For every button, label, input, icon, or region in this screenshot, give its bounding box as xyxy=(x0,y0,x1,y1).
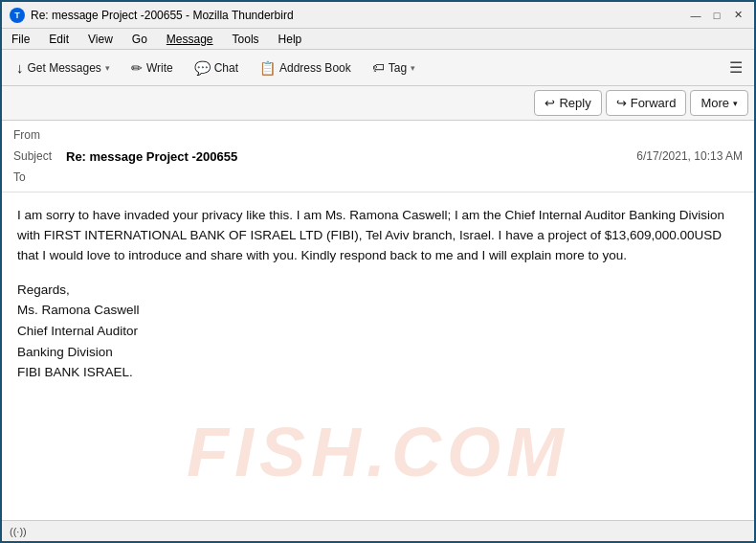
to-row: To xyxy=(13,167,743,188)
minimize-button[interactable]: — xyxy=(687,7,704,24)
chat-label: Chat xyxy=(214,61,238,75)
menubar: File Edit View Go Message Tools Help xyxy=(2,29,754,50)
address-book-button[interactable]: 📋 Address Book xyxy=(251,56,360,80)
status-icon: ((·)) xyxy=(10,526,27,537)
email-signature: Regards, Ms. Ramona Caswell Chief Intern… xyxy=(17,280,739,383)
email-body: I am sorry to have invaded your privacy … xyxy=(2,192,754,543)
forward-label: Forward xyxy=(631,96,677,110)
chat-button[interactable]: 💬 Chat xyxy=(186,56,247,80)
email-header: From Subject Re: message Project -200655… xyxy=(2,121,754,192)
watermark: FISH.COM xyxy=(187,399,569,507)
to-label: To xyxy=(13,170,66,184)
actionbar: ↩ Reply ↪ Forward More ▾ xyxy=(2,86,754,121)
from-label: From xyxy=(13,128,66,142)
reply-label: Reply xyxy=(559,96,590,110)
app-icon: T xyxy=(10,8,25,23)
reply-icon: ↩ xyxy=(545,96,555,110)
window-controls: — □ ✕ xyxy=(687,7,746,24)
address-book-icon: 📋 xyxy=(259,60,276,76)
statusbar: ((·)) xyxy=(2,520,754,541)
tag-label: Tag xyxy=(389,61,407,75)
chat-icon: 💬 xyxy=(194,60,211,76)
write-button[interactable]: ✏ Write xyxy=(122,56,182,80)
menu-message[interactable]: Message xyxy=(163,31,217,48)
maximize-button[interactable]: □ xyxy=(708,7,725,24)
sig-division: Banking Division xyxy=(17,342,739,363)
menu-view[interactable]: View xyxy=(84,31,117,48)
close-button[interactable]: ✕ xyxy=(729,7,746,24)
sig-bank: FIBI BANK ISRAEL. xyxy=(17,362,739,383)
write-icon: ✏ xyxy=(131,60,143,76)
tag-icon: 🏷 xyxy=(372,60,385,75)
subject-row: Subject Re: message Project -200655 6/17… xyxy=(13,146,743,167)
more-dropdown-icon: ▾ xyxy=(733,99,738,108)
more-label: More xyxy=(700,96,729,110)
content-area: ↩ Reply ↪ Forward More ▾ From Subject Re… xyxy=(2,86,754,543)
get-messages-button[interactable]: ↓ Get Messages ▾ xyxy=(8,55,119,80)
titlebar-left: T Re: message Project -200655 - Mozilla … xyxy=(10,8,294,23)
forward-button[interactable]: ↪ Forward xyxy=(606,90,687,116)
subject-value: Re: message Project -200655 xyxy=(66,149,237,164)
menu-file[interactable]: File xyxy=(8,31,33,48)
reply-button[interactable]: ↩ Reply xyxy=(534,90,601,116)
get-messages-dropdown-icon[interactable]: ▾ xyxy=(105,63,110,73)
email-date: 6/17/2021, 10:13 AM xyxy=(636,149,743,163)
from-row: From xyxy=(13,124,743,146)
regards-line: Regards, xyxy=(17,280,739,301)
more-button[interactable]: More ▾ xyxy=(690,90,748,116)
tag-button[interactable]: 🏷 Tag ▾ xyxy=(364,56,424,79)
menu-go[interactable]: Go xyxy=(128,31,151,48)
tag-dropdown-icon[interactable]: ▾ xyxy=(411,63,415,73)
get-messages-label: Get Messages xyxy=(28,61,101,75)
sig-title: Chief Internal Auditor xyxy=(17,321,739,342)
write-label: Write xyxy=(146,61,173,75)
titlebar: T Re: message Project -200655 - Mozilla … xyxy=(2,2,754,29)
subject-label: Subject xyxy=(13,149,66,163)
get-messages-icon: ↓ xyxy=(16,59,24,76)
menu-edit[interactable]: Edit xyxy=(45,31,73,48)
toolbar: ↓ Get Messages ▾ ✏ Write 💬 Chat 📋 Addres… xyxy=(2,50,754,86)
forward-icon: ↪ xyxy=(616,96,627,110)
toolbar-overflow-icon[interactable]: ☰ xyxy=(723,57,748,79)
window-title: Re: message Project -200655 - Mozilla Th… xyxy=(31,9,294,22)
menu-help[interactable]: Help xyxy=(275,31,306,48)
menu-tools[interactable]: Tools xyxy=(229,31,263,48)
address-book-label: Address Book xyxy=(279,61,351,75)
sig-name: Ms. Ramona Caswell xyxy=(17,300,739,321)
email-body-paragraph: I am sorry to have invaded your privacy … xyxy=(17,206,739,266)
